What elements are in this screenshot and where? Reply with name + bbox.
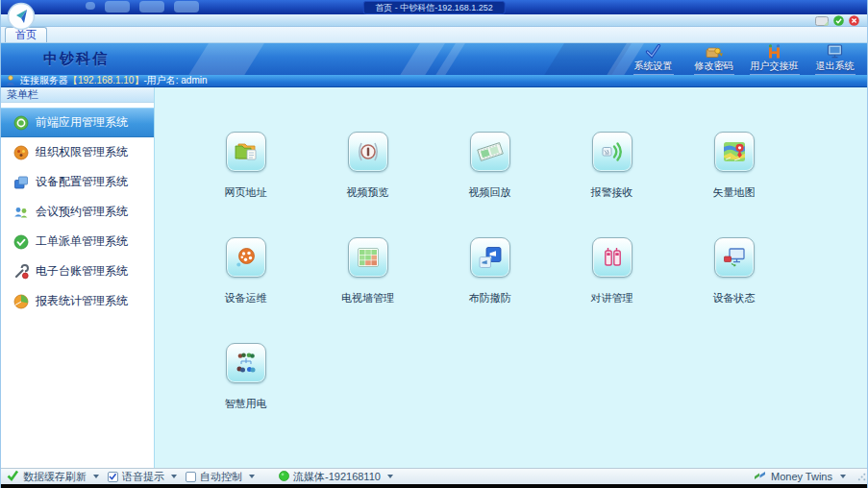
faded-taskbar-icon (105, 1, 130, 12)
faded-taskbar-icon (86, 2, 95, 10)
header-streak (185, 43, 267, 75)
app-shortcut-alarm-receive[interactable]: 报警接收 (551, 132, 673, 237)
app-shortcut-webpage-address[interactable]: 网页地址 (185, 132, 307, 237)
app-shortcut-intercom[interactable]: 对讲管理 (551, 237, 673, 343)
sidebar-item-meeting-booking[interactable]: 会议预约管理系统 (1, 197, 154, 227)
report-stats-icon (13, 294, 29, 309)
auto-control-label: 自动控制 (200, 470, 242, 484)
app-label: 设备运维 (225, 291, 267, 305)
app-shortcut-tv-wall[interactable]: 电视墙管理 (307, 237, 429, 343)
exit-system-icon (827, 44, 843, 59)
dropdown-caret-icon[interactable] (840, 475, 846, 478)
app-label: 设备状态 (713, 291, 756, 305)
apps-grid: 网页地址 视频预览 视频回放 (185, 132, 867, 449)
money-twins-label: Money Twins (771, 471, 832, 482)
device-maintenance-icon[interactable] (226, 237, 266, 278)
auto-control-control[interactable]: 自动控制 (186, 470, 255, 484)
sidebar-item-frontend-app[interactable]: 前端应用管理系统 (1, 108, 154, 137)
resize-grip[interactable] (857, 472, 866, 483)
sidebar-menu: 前端应用管理系统 组织权限管理系统 设备配置管理系统 (1, 103, 154, 316)
brand-title: 中钞科信 (43, 50, 109, 68)
tab-bar: 首页 (1, 27, 867, 43)
stream-media-control[interactable]: 流媒体-192168110 (279, 470, 393, 484)
intercom-icon[interactable] (592, 237, 632, 278)
close-button[interactable] (849, 15, 859, 26)
money-twins-logo-icon (754, 471, 766, 482)
app-label: 矢量地图 (713, 185, 756, 200)
skin-button[interactable] (815, 16, 829, 26)
app-shortcut-video-playback[interactable]: 视频回放 (429, 132, 551, 237)
window-title: 首页 - 中钞科信-192.168.1.252 (362, 1, 506, 14)
arm-disarm-icon[interactable] (470, 237, 510, 278)
money-twins-control[interactable]: Money Twins (754, 471, 846, 482)
sidebar-item-label: 会议预约管理系统 (36, 204, 128, 220)
alarm-receive-icon[interactable] (592, 132, 632, 172)
app-shortcut-device-status[interactable]: 设备状态 (673, 237, 795, 343)
sidebar-item-work-order[interactable]: 工单派单管理系统 (1, 227, 154, 256)
dropdown-caret-icon[interactable] (387, 475, 393, 478)
app-shortcut-arm-disarm[interactable]: 布防撤防 (429, 237, 551, 343)
system-settings-button[interactable]: 系统设置 (623, 44, 683, 75)
frontend-app-icon (13, 115, 29, 131)
sidebar-item-report-stats[interactable]: 报表统计管理系统 (1, 286, 154, 316)
system-settings-icon (645, 44, 661, 59)
app-label: 报警接收 (591, 185, 633, 200)
main-header: 中钞科信 系统设置 修改密码 用户交接班 (1, 43, 867, 75)
connection-status-bar: 连接服务器【192.168.1.10】-用户名: admin (1, 75, 867, 87)
shift-handover-button[interactable]: 用户交接班 (744, 44, 805, 75)
browser-compass-icon[interactable] (7, 2, 36, 35)
exit-system-button[interactable]: 退出系统 (805, 44, 865, 75)
app-label: 对讲管理 (591, 291, 633, 305)
change-password-button[interactable]: 修改密码 (683, 44, 744, 75)
webpage-address-icon[interactable] (226, 132, 266, 172)
sidebar-item-e-ledger[interactable]: 电子台账管理系统 (1, 256, 154, 286)
dropdown-caret-icon[interactable] (249, 475, 255, 478)
minimize-button[interactable] (833, 15, 844, 26)
app-label: 布防撤防 (469, 291, 511, 305)
app-label: 视频预览 (347, 185, 389, 200)
data-cache-refresh-label: 数据缓存刷新 (23, 470, 87, 484)
device-config-icon (13, 175, 29, 190)
app-shortcut-vector-map[interactable]: 矢量地图 (673, 132, 795, 237)
action-label: 用户交接班 (750, 60, 800, 75)
sidebar-item-label: 组织权限管理系统 (36, 144, 128, 160)
sidebar-item-device-config[interactable]: 设备配置管理系统 (1, 167, 154, 197)
sidebar-item-label: 前端应用管理系统 (36, 114, 128, 131)
voice-prompt-control[interactable]: 语音提示 (108, 470, 177, 484)
footer-status-bar: 数据缓存刷新 语音提示 自动控制 流媒体-192168110 M (1, 468, 867, 484)
vector-map-icon[interactable] (714, 132, 755, 172)
stream-media-label: 流媒体-192168110 (293, 470, 381, 484)
bottom-black-bar (1, 484, 867, 488)
sidebar-item-org-permission[interactable]: 组织权限管理系统 (1, 137, 154, 167)
app-label: 视频回放 (469, 185, 511, 200)
device-status-icon[interactable] (714, 237, 755, 278)
tv-wall-icon[interactable] (348, 237, 388, 278)
dropdown-caret-icon[interactable] (93, 475, 99, 478)
smart-power-icon[interactable] (226, 343, 266, 383)
sidebar-title: 菜单栏 (1, 87, 154, 103)
header-actions: 系统设置 修改密码 用户交接班 退出系统 (623, 43, 865, 75)
faded-taskbar-icon (139, 1, 164, 12)
voice-prompt-label: 语音提示 (122, 470, 164, 484)
app-shortcut-device-maintenance[interactable]: 设备运维 (185, 237, 307, 343)
window-controls (815, 14, 859, 27)
dropdown-caret-icon[interactable] (171, 475, 177, 478)
sidebar-item-label: 报表统计管理系统 (36, 293, 128, 309)
main-area: 菜单栏 前端应用管理系统 组织权限管理系统 (1, 87, 867, 468)
title-bar: 首页 - 中钞科信-192.168.1.252 (1, 0, 867, 14)
app-shortcut-video-preview[interactable]: 视频预览 (307, 132, 429, 237)
sidebar-item-label: 电子台账管理系统 (36, 263, 128, 280)
app-shortcut-smart-power[interactable]: 智慧用电 (185, 343, 307, 449)
sidebar: 菜单栏 前端应用管理系统 组织权限管理系统 (1, 87, 155, 468)
faded-taskbar-icon (174, 1, 199, 12)
video-playback-icon[interactable] (470, 132, 510, 172)
shift-handover-icon (766, 44, 782, 59)
green-check-icon (7, 470, 19, 483)
video-preview-icon[interactable] (348, 132, 388, 172)
user-person-icon (6, 75, 15, 87)
action-label: 退出系统 (815, 60, 856, 75)
auto-control-checkbox[interactable] (186, 472, 196, 482)
voice-prompt-checkbox[interactable] (108, 472, 118, 482)
data-cache-refresh-control[interactable]: 数据缓存刷新 (7, 470, 99, 484)
connection-user: -用户名: admin (143, 75, 207, 85)
